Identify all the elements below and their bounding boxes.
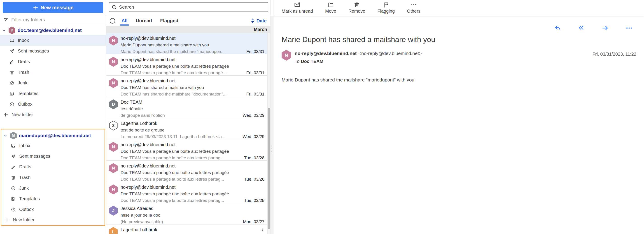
plus-icon [32,5,38,11]
message-preview: de groupe sans l'option [120,113,240,118]
message-toolbar: Mark as unread Move Remove Flagging Othe… [274,0,644,16]
sidebar-folder-outbox[interactable]: Outbox [1,204,104,215]
account-email: mariedupont@dev.bluemind.net [19,133,91,138]
search-area [106,0,270,15]
message-subject: Doc TEAM vous a partagé une boîte aux le… [120,191,264,196]
message-rows: N no-reply@dev.bluemind.net Marie Dupont… [106,33,270,234]
message-row[interactable]: N no-reply@dev.bluemind.net Marie Dupont… [106,33,270,54]
message-row[interactable]: D Doc TEAM test déboite de groupe sans l… [106,97,270,118]
toolbar-mark-as-unread[interactable]: Mark as unread [282,2,313,14]
message-sender: no-reply@dev.bluemind.net [120,57,176,62]
list-scrollbar[interactable] [267,33,270,234]
account-row[interactable]: D doc.team@dev.bluemind.net [0,26,106,35]
message-title: Marie Dupont has shared a mailshare with… [282,35,636,44]
sort-by-date[interactable]: Date [251,18,267,24]
new-message-area: New message [0,0,106,15]
new-folder-button[interactable]: New folder [1,215,104,225]
new-message-button[interactable]: New message [3,2,103,13]
message-subject: Doc TEAM vous a partagé une boîte aux le… [120,64,264,69]
message-sender: no-reply@dev.bluemind.net [120,163,176,168]
message-row[interactable]: N no-reply@dev.bluemind.net Doc TEAM vou… [106,182,270,203]
tab-flagged[interactable]: Flagged [160,17,179,25]
sidebar-folder-inbox[interactable]: Inbox [0,35,106,46]
message-sender: Lagertha Lothbrok [120,227,157,232]
forward-button[interactable] [602,25,609,32]
sidebar-folder-trash[interactable]: Trash [1,172,104,183]
scrollbar-thumb[interactable] [268,108,270,229]
message-date: Tue, 03/28 [244,198,264,203]
pencil-icon [10,59,14,64]
tab-unread[interactable]: Unread [135,17,152,25]
message-row[interactable]: N no-reply@dev.bluemind.net Doc TEAM vou… [106,139,270,161]
drag-handle-icon [272,145,272,153]
account-section-m: M mariedupont@dev.bluemind.net Inbox Sen… [1,129,105,226]
sidebar-folder-junk[interactable]: Junk [1,183,104,193]
more-actions-button[interactable] [626,25,633,32]
date-group-header: March [106,26,270,33]
folder-sidebar: New message D doc.team@dev.bluemind.net … [0,0,106,234]
clock-icon [10,102,14,107]
send-icon [10,49,14,54]
toolbar-move[interactable]: Move [325,2,336,14]
forwarded-icon [260,227,264,232]
sidebar-folder-trash[interactable]: Trash [0,67,106,78]
sidebar-folder-junk[interactable]: Junk [0,78,106,88]
sidebar-folder-inbox[interactable]: Inbox [1,140,104,151]
toolbar-flagging[interactable]: Flagging [377,2,395,14]
filter-funnel-icon [3,17,8,22]
search-box [109,2,268,12]
sidebar-folder-sent-messages[interactable]: Sent messages [1,151,104,162]
sidebar-folder-drafts[interactable]: Drafts [0,56,106,67]
filter-folders-input[interactable] [11,17,106,22]
message-row[interactable]: 2 Lagertha Lothbrok test de boite de gro… [106,118,270,139]
sidebar-folder-sent-messages[interactable]: Sent messages [0,46,106,56]
plus-icon [4,217,10,222]
sender-avatar: N [109,57,118,67]
message-row[interactable]: N no-reply@dev.bluemind.net Doc TEAM has… [106,76,270,97]
trash-icon [354,2,360,8]
account-avatar: M [10,132,17,139]
message-row[interactable]: J Jessica Atreides mise à jour de la doc… [106,203,270,224]
to-label: To [295,59,300,64]
select-all-checkbox[interactable] [110,18,115,24]
account-row[interactable]: M mariedupont@dev.bluemind.net [1,131,104,140]
filter-tabs: All Unread Flagged [121,17,179,25]
sidebar-folder-drafts[interactable]: Drafts [1,162,104,172]
message-date: Fri, 03/31/2023, 11:22 [592,50,636,57]
account-avatar: D [8,27,15,34]
sidebar-folder-outbox[interactable]: Outbox [0,99,106,109]
message-row[interactable]: L Lagertha Lothbrok [106,224,270,234]
message-row[interactable]: N no-reply@dev.bluemind.net Doc TEAM vou… [106,161,270,182]
message-sender: Doc TEAM [120,99,142,104]
pane-splitter[interactable] [270,0,274,234]
folder-filter [0,15,106,24]
sort-label: Date [256,18,267,24]
sender-avatar: N [282,50,291,61]
ellipsis-icon [410,2,417,8]
sender-avatar: N [109,142,118,152]
reply-all-button[interactable] [578,25,585,32]
reply-button[interactable] [554,25,561,32]
message-preview: Doc TEAM vous a partagé la boîte aux let… [120,198,242,203]
message-sender: Jessica Atreides [120,206,153,211]
inbox-icon [11,143,16,148]
message-date: Wed, 03/29 [242,113,264,118]
message-subject: test déboite [120,106,264,111]
sidebar-folder-templates[interactable]: Templates [1,193,104,204]
tab-all[interactable]: All [121,17,128,25]
new-folder-label: New folder [13,217,34,222]
account-email: doc.team@dev.bluemind.net [18,28,82,33]
sender-avatar: J [109,206,118,216]
message-preview: Doc TEAM vous a partagé la boîte aux let… [120,70,244,75]
search-input[interactable] [119,4,266,10]
message-row[interactable]: N no-reply@dev.bluemind.net Doc TEAM vou… [106,54,270,76]
toolbar-others[interactable]: Others [407,2,420,14]
toolbar-remove[interactable]: Remove [348,2,365,14]
folder-icon [328,2,334,8]
from-address: <no-reply@dev.bluemind.net> [358,51,422,56]
new-folder-button[interactable]: New folder [0,109,106,120]
sidebar-folder-templates[interactable]: Templates [0,88,106,99]
account-section-d: D doc.team@dev.bluemind.net Inbox Sent m… [0,26,106,120]
message-body: Marie Dupont has shared the mailshare "m… [282,77,636,83]
message-preview: Doc TEAM vous a partagé la boîte aux let… [120,156,242,160]
